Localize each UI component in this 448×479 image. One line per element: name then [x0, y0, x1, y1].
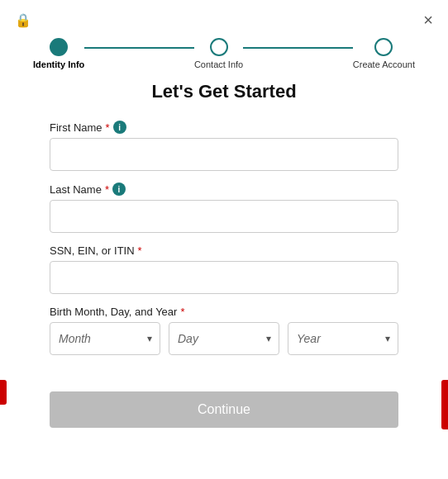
ssn-group: SSN, EIN, or ITIN *	[50, 244, 398, 294]
birth-date-row: Month JanuaryFebruaryMarch AprilMayJune …	[50, 322, 398, 355]
ssn-label: SSN, EIN, or ITIN *	[50, 244, 398, 257]
top-bar: 🔒 ×	[0, 0, 448, 33]
year-select[interactable]: Year for(let y=2024;y>=1900;y--) documen…	[288, 322, 398, 355]
step-line-1	[84, 47, 194, 49]
ssn-label-text: SSN, EIN, or ITIN	[50, 244, 135, 257]
step-label-create: Create Account	[353, 59, 415, 69]
first-name-label-text: First Name	[50, 121, 102, 134]
first-name-label: First Name * i	[50, 121, 398, 134]
lock-icon: 🔒	[15, 12, 31, 28]
modal: 🔒 × Identity Info Contact Info Create Ac…	[0, 0, 448, 479]
last-name-required: *	[105, 183, 109, 196]
side-indicator-left	[0, 380, 7, 405]
last-name-info-icon[interactable]: i	[112, 183, 126, 196]
last-name-input[interactable]	[50, 200, 398, 233]
side-indicator-right	[441, 380, 448, 429]
step-contact: Contact Info	[194, 38, 243, 69]
page-title: Let's Get Started	[151, 81, 296, 102]
stepper: Identity Info Contact Info Create Accoun…	[0, 33, 448, 81]
birth-date-label-text: Birth Month, Day, and Year	[50, 306, 177, 318]
step-line-2	[243, 47, 353, 49]
ssn-required: *	[138, 244, 142, 257]
last-name-group: Last Name * i	[50, 183, 398, 233]
step-identity: Identity Info	[33, 38, 84, 69]
first-name-group: First Name * i	[50, 121, 398, 171]
step-circle-identity	[50, 38, 68, 56]
birth-date-group: Birth Month, Day, and Year * Month Janua…	[50, 306, 398, 355]
day-select[interactable]: Day for(let i=1;i<=31;i++) document.writ…	[169, 322, 279, 355]
close-button[interactable]: ×	[423, 12, 433, 28]
last-name-label: Last Name * i	[50, 183, 398, 196]
month-wrapper: Month JanuaryFebruaryMarch AprilMayJune …	[50, 322, 160, 355]
day-wrapper: Day for(let i=1;i<=31;i++) document.writ…	[169, 322, 279, 355]
form: Let's Get Started First Name * i Last Na…	[0, 81, 448, 428]
first-name-input[interactable]	[50, 138, 398, 171]
first-name-required: *	[106, 121, 110, 134]
birth-date-label: Birth Month, Day, and Year *	[50, 306, 398, 318]
step-circle-contact	[210, 38, 228, 56]
step-create: Create Account	[353, 38, 415, 69]
step-label-contact: Contact Info	[194, 59, 243, 69]
month-select[interactable]: Month JanuaryFebruaryMarch AprilMayJune …	[50, 322, 160, 355]
step-label-identity: Identity Info	[33, 59, 84, 69]
continue-button[interactable]: Continue	[50, 391, 398, 428]
birth-date-required: *	[180, 306, 184, 318]
first-name-info-icon[interactable]: i	[113, 121, 126, 134]
step-circle-create	[374, 38, 393, 56]
ssn-input[interactable]	[50, 261, 398, 294]
last-name-label-text: Last Name	[50, 183, 102, 196]
year-wrapper: Year for(let y=2024;y>=1900;y--) documen…	[288, 322, 398, 355]
